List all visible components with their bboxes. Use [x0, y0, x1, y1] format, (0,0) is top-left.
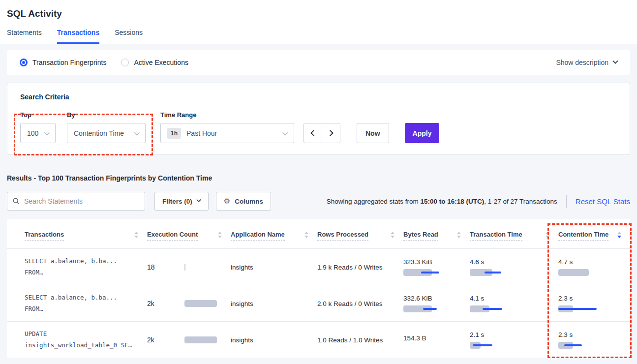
column-label[interactable]: Rows Processed — [317, 231, 368, 241]
execution-count-bar — [184, 300, 217, 307]
radio-circle-icon — [20, 59, 28, 66]
tab-transactions[interactable]: Transactions — [57, 29, 99, 44]
contention-time-value: 2.3 s — [558, 295, 621, 302]
time-range-badge: 1h — [167, 128, 181, 139]
column-label[interactable]: Contention Time — [558, 231, 608, 241]
column-header-rows-processed: Rows Processed — [317, 219, 403, 249]
column-label[interactable]: Transactions — [25, 231, 64, 241]
transaction-time-bar — [470, 305, 549, 312]
bytes-read-cell: 323.3 KiB — [403, 249, 470, 285]
view-toggle-bar: Transaction Fingerprints Active Executio… — [7, 50, 630, 75]
previous-time-button[interactable] — [303, 123, 322, 143]
execution-count-cell: 2k — [147, 322, 231, 358]
column-label[interactable]: Application Name — [231, 231, 285, 241]
contention-time-cell: 4.7 s — [558, 249, 630, 285]
radio-transaction-fingerprints[interactable]: Transaction Fingerprints — [20, 59, 106, 66]
time-range-select[interactable]: 1h Past Hour — [160, 123, 294, 143]
execution-count-value: 18 — [147, 263, 184, 271]
column-header-application-name: Application Name — [231, 219, 317, 249]
column-header-transaction-time: Transaction Time — [470, 219, 558, 249]
results-title: Results - Top 100 Transaction Fingerprin… — [7, 174, 630, 182]
transaction-cell[interactable]: SELECT a.balance, b.ba...FROM… — [7, 249, 147, 285]
application-name-cell: insights — [231, 249, 317, 285]
application-name-cell: insights — [231, 285, 317, 322]
time-range-field: Time Range 1h Past Hour — [160, 111, 294, 143]
chevron-right-icon — [327, 130, 334, 136]
by-value: Contention Time — [74, 129, 135, 137]
application-name-value: insights — [231, 300, 253, 307]
execution-count-bar — [184, 336, 217, 343]
contention-time-bar — [558, 305, 621, 312]
sort-icon[interactable] — [391, 232, 394, 238]
chevron-down-icon — [196, 197, 201, 202]
search-criteria-panel: Search Criteria Top 100 By Contention Ti… — [7, 83, 630, 155]
results-controls: Filters (0) ⚙ Columns Showing aggregated… — [7, 192, 630, 211]
column-header-transactions: Transactions — [7, 219, 147, 249]
rows-processed-value: 2.0 k Reads / 0 Writes — [317, 300, 383, 307]
top-field: Top 100 — [20, 111, 56, 143]
reset-sql-stats-link[interactable]: Reset SQL Stats — [576, 197, 630, 206]
sort-icon[interactable] — [304, 232, 308, 238]
apply-button[interactable]: Apply — [405, 123, 440, 143]
transaction-time-bar — [470, 269, 549, 276]
tab-statements[interactable]: Statements — [7, 29, 42, 44]
transaction-time-cell: 2.1 s — [470, 322, 558, 358]
transaction-time-value: 2.1 s — [470, 331, 549, 338]
page-header: SQL Activity StatementsTransactionsSessi… — [0, 0, 637, 44]
time-range-label: Time Range — [160, 111, 294, 119]
tab-sessions[interactable]: Sessions — [115, 29, 143, 44]
time-range-value: Past Hour — [186, 129, 283, 137]
contention-time-cell: 2.3 s — [558, 322, 630, 358]
transaction-cell[interactable]: SELECT a.balance, b.ba...FROM… — [7, 285, 147, 322]
sort-icon[interactable] — [134, 232, 138, 238]
sort-icon[interactable] — [457, 232, 461, 238]
execution-count-value: 2k — [147, 336, 184, 344]
transaction-time-value: 4.6 s — [470, 258, 549, 266]
transactions-table-card: Transactions Execution Count Application… — [7, 219, 630, 358]
search-statements-input[interactable] — [24, 197, 139, 205]
radio-active-executions[interactable]: Active Executions — [121, 59, 188, 66]
transaction-fingerprint-text: SELECT a.balance, b.ba...FROM… — [25, 256, 138, 278]
application-name-value: insights — [231, 336, 253, 344]
columns-button[interactable]: ⚙ Columns — [216, 192, 271, 211]
table-row[interactable]: SELECT a.balance, b.ba...FROM… 18 insigh… — [7, 249, 630, 285]
table-header-row: Transactions Execution Count Application… — [7, 219, 630, 249]
contention-time-value: 4.7 s — [558, 258, 621, 266]
chevron-down-icon — [282, 129, 288, 135]
aggregated-stats-text: Showing aggregated stats from 15:00 to 1… — [327, 198, 557, 205]
top-label: Top — [20, 111, 56, 119]
contention-time-value: 2.3 s — [558, 331, 621, 338]
top-select[interactable]: 100 — [20, 123, 56, 143]
column-label[interactable]: Bytes Read — [403, 231, 438, 241]
radio-label: Active Executions — [134, 59, 188, 66]
sort-icon[interactable] — [546, 232, 549, 238]
application-name-cell: insights — [231, 322, 317, 358]
table-row[interactable]: UPDATEinsights_workload_table_0 SE… 2k i… — [7, 322, 630, 358]
chevron-left-icon — [310, 130, 317, 136]
columns-label: Columns — [235, 198, 263, 205]
column-label[interactable]: Transaction Time — [470, 231, 522, 241]
page-title: SQL Activity — [7, 8, 630, 19]
sort-icon[interactable] — [617, 232, 621, 238]
stats-time-range: 15:00 to 16:18 (UTC) — [420, 198, 484, 205]
contention-time-bar — [558, 269, 621, 276]
column-label[interactable]: Execution Count — [147, 231, 198, 241]
transactions-table: Transactions Execution Count Application… — [7, 219, 630, 358]
execution-count-cell: 18 — [147, 249, 231, 285]
show-description-toggle[interactable]: Show description — [556, 59, 617, 66]
transaction-cell[interactable]: UPDATEinsights_workload_table_0 SE… — [7, 322, 147, 358]
now-button[interactable]: Now — [357, 123, 389, 143]
search-icon — [13, 198, 20, 205]
rows-processed-cell: 2.0 k Reads / 0 Writes — [317, 285, 403, 322]
by-select[interactable]: Contention Time — [67, 123, 146, 143]
table-row[interactable]: SELECT a.balance, b.ba...FROM… 2k insigh… — [7, 285, 630, 322]
search-criteria-heading: Search Criteria — [20, 93, 617, 101]
contention-time-cell: 2.3 s — [558, 285, 630, 322]
filters-button[interactable]: Filters (0) — [154, 192, 209, 211]
sort-icon[interactable] — [218, 232, 222, 238]
next-time-button[interactable] — [322, 123, 340, 143]
chevron-down-icon — [44, 129, 49, 135]
by-label: By — [67, 111, 146, 119]
execution-count-cell: 2k — [147, 285, 231, 322]
transaction-time-cell: 4.1 s — [470, 285, 558, 322]
